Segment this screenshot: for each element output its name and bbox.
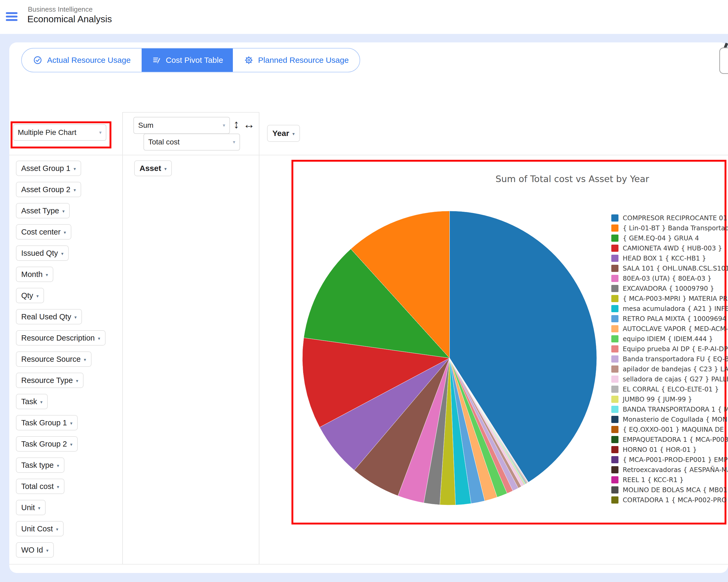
chevron-down-icon: ▾	[84, 357, 86, 363]
legend-item[interactable]: HORNO 01 { HOR-01 }	[611, 444, 728, 454]
row-field-label: Asset	[139, 164, 161, 173]
legend-label: EXCAVADORA { 10009790 }	[623, 285, 714, 292]
field-chip-wo-id[interactable]: WO Id▾	[16, 542, 54, 558]
field-chip-month[interactable]: Month▾	[16, 267, 53, 282]
legend-item[interactable]: MOLINO DE BOLAS MCA { MB01	[611, 485, 728, 495]
legend-swatch	[611, 315, 619, 322]
legend-label: AUTOCLAVE VAPOR { MED-ACM-	[623, 325, 728, 333]
legend-item[interactable]: RETRO PALA MIXTA { 10009694	[611, 313, 728, 324]
legend-item[interactable]: HEAD BOX 1 { KCC-HB1 }	[611, 253, 728, 263]
legend-item[interactable]: REEL 1 { KCC-R1 }	[611, 475, 728, 485]
tab-actual-resource-usage[interactable]: Actual Resource Usage	[22, 49, 141, 72]
chart-title: Sum of Total cost vs Asset by Year	[475, 174, 670, 184]
legend-item[interactable]: EMPAQUETADORA 1 { MCA-P003	[611, 434, 728, 444]
field-chip-label: Unit	[21, 503, 35, 512]
legend-item[interactable]: COMPRESOR RECIPROCANTE 01	[611, 213, 728, 223]
tab-label: Planned Resource Usage	[258, 56, 349, 65]
legend-item[interactable]: { EQ.OXXO-001 } MAQUINA DE	[611, 424, 728, 434]
legend-item[interactable]: EL CORRAL { ELCO-ELTE-01 }	[611, 384, 728, 394]
field-chip-label: Resource Type	[21, 376, 73, 385]
legend-label: JUMBO 99 { JUM-99 }	[623, 395, 692, 403]
field-chip-asset-group-2[interactable]: Asset Group 2▾	[16, 182, 81, 197]
field-chip-issued-qty[interactable]: Issued Qty▾	[16, 245, 69, 261]
field-chip-unit[interactable]: Unit▾	[16, 500, 46, 515]
field-chip-real-used-qty[interactable]: Real Used Qty▾	[16, 309, 82, 324]
field-chip-resource-source[interactable]: Resource Source▾	[16, 352, 92, 367]
legend-item[interactable]: SALA 101 { OHL.UNAB.CSL.S101	[611, 263, 728, 273]
hamburger-menu-icon[interactable]	[6, 12, 18, 21]
legend-label: EMPAQUETADORA 1 { MCA-P003	[623, 436, 728, 443]
legend-item[interactable]: Monasterio de Cogullada { MON	[611, 414, 728, 424]
chevron-down-icon: ▾	[62, 209, 65, 214]
field-chip-qty[interactable]: Qty▾	[16, 288, 44, 303]
field-chip-task-type[interactable]: Task type▾	[16, 458, 64, 473]
legend-label: { Lin-01-BT } Banda Transportad	[623, 224, 728, 232]
aggregator-field-select[interactable]: Total cost ▾	[144, 134, 240, 150]
legend-item[interactable]: mesa acumuladora { A21 } INFE	[611, 303, 728, 313]
field-chip-label: Task	[21, 397, 37, 406]
field-chip-label: Asset Type	[21, 206, 59, 215]
field-chip-label: Task Group 2	[21, 440, 67, 448]
legend-swatch	[611, 486, 619, 494]
legend-label: HEAD BOX 1 { KCC-HB1 }	[623, 254, 706, 262]
field-chip-resource-type[interactable]: Resource Type▾	[16, 372, 83, 388]
chevron-down-icon: ▾	[40, 399, 43, 405]
legend-item[interactable]: Retroexcavadoras { AESPAÑA-MA	[611, 465, 728, 475]
expand-vertical-icon[interactable]: ↕	[233, 118, 239, 131]
chevron-down-icon: ▾	[46, 548, 49, 553]
legend-item[interactable]: Banda transportadora FU { EQ-B	[611, 354, 728, 364]
legend-swatch	[611, 436, 619, 443]
aggregator-select[interactable]: Sum ▾	[133, 117, 230, 134]
legend-item[interactable]: selladora de cajas { G27 } PALLE	[611, 374, 728, 384]
field-chip-task-group-2[interactable]: Task Group 2▾	[16, 436, 78, 452]
legend-item[interactable]: { Lin-01-BT } Banda Transportad	[611, 223, 728, 233]
chevron-down-icon: ▾	[64, 230, 66, 235]
chevron-down-icon: ▾	[38, 505, 41, 511]
chevron-down-icon: ▾	[57, 484, 59, 490]
field-chip-label: Month	[21, 270, 43, 279]
tab-cost-pivot-table[interactable]: Cost Pivot Table	[141, 49, 233, 72]
chevron-down-icon: ▾	[292, 131, 295, 137]
aggregator-value: Sum	[138, 121, 154, 130]
tab-label: Actual Resource Usage	[47, 56, 130, 65]
legend-label: { GEM.EQ-04 } GRUA 4	[623, 234, 699, 242]
legend-item[interactable]: { MCA-P003-MPRI } MATERIA PR	[611, 294, 728, 303]
legend-label: { MCA-P003-MPRI } MATERIA PR	[623, 295, 727, 302]
column-field-chip-year[interactable]: Year ▾	[267, 125, 300, 142]
legend-item[interactable]: CORTADORA 1 { MCA-P002-PRO	[611, 495, 728, 505]
row-field-chip-asset[interactable]: Asset ▾	[134, 160, 172, 176]
legend-item[interactable]: 80EA-03 (UTA) { 80EA-03 }	[611, 273, 728, 283]
legend-item[interactable]: BANDA TRANSPORTADORA 1 { M	[611, 404, 728, 414]
legend-swatch	[611, 476, 619, 483]
field-chip-total-cost[interactable]: Total cost▾	[16, 479, 64, 494]
field-chip-asset-group-1[interactable]: Asset Group 1▾	[16, 161, 81, 176]
legend-item[interactable]: { GEM.EQ-04 } GRUA 4	[611, 233, 728, 243]
legend-swatch	[611, 406, 619, 413]
legend-item[interactable]: { MCA-P001-PROD-EP001 } EMP	[611, 454, 728, 465]
legend-item[interactable]: apilador de bandejas { C23 } LAV	[611, 364, 728, 374]
chevron-down-icon: ▾	[46, 272, 48, 278]
legend-item[interactable]: AUTOCLAVE VAPOR { MED-ACM-	[611, 324, 728, 334]
chevron-down-icon: ▾	[70, 442, 72, 447]
field-chip-asset-type[interactable]: Asset Type▾	[16, 203, 70, 218]
expand-horizontal-icon[interactable]: ↔	[243, 118, 255, 131]
field-chip-resource-description[interactable]: Resource Description▾	[16, 330, 106, 345]
legend-item[interactable]: Equipo prueba AI DP { E-P-AI-DP	[611, 344, 728, 354]
field-chip-task-group-1[interactable]: Task Group 1▾	[16, 415, 78, 431]
divider-middle-chart	[259, 112, 259, 564]
chevron-down-icon: ▾	[36, 294, 39, 299]
pie-chart[interactable]	[302, 211, 597, 505]
field-chip-label: Unit Cost	[21, 525, 53, 533]
tab-planned-resource-usage[interactable]: Planned Resource Usage	[233, 49, 360, 72]
legend-label: { MCA-P001-PROD-EP001 } EMP	[623, 456, 727, 464]
legend-item[interactable]: equipo IDIEM { IDIEM.444 }	[611, 334, 728, 344]
field-chip-cost-center[interactable]: Cost center▾	[16, 224, 71, 240]
chevron-down-icon: ▾	[164, 166, 167, 172]
chevron-down-icon: ▾	[98, 336, 100, 341]
legend-item[interactable]: EXCAVADORA { 10009790 }	[611, 283, 728, 294]
field-chip-unit-cost[interactable]: Unit Cost▾	[16, 521, 64, 536]
field-chip-task[interactable]: Task▾	[16, 394, 48, 409]
legend-item[interactable]: CAMIONETA 4WD { HUB-003 }	[611, 243, 728, 253]
legend-item[interactable]: JUMBO 99 { JUM-99 }	[611, 394, 728, 404]
field-chip-label: Total cost	[21, 482, 54, 491]
